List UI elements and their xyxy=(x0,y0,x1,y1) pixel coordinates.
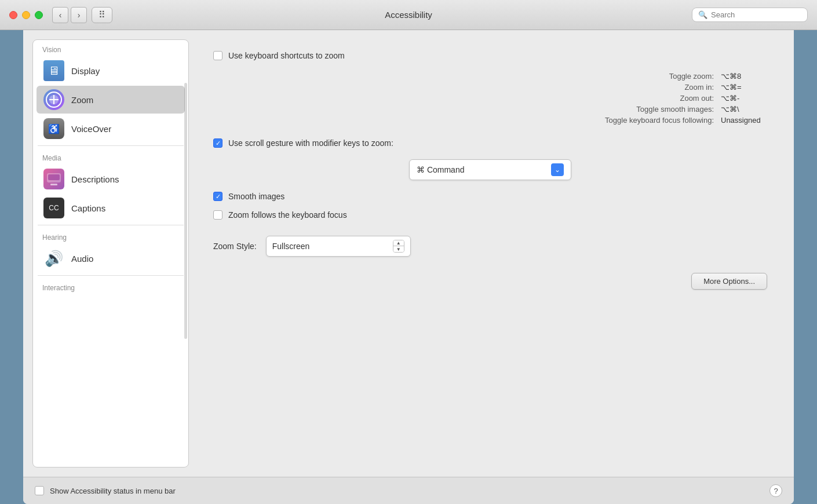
command-dropdown-row: ⌘ Command ⌄ xyxy=(213,159,767,180)
sidebar-label-voiceover: VoiceOver xyxy=(71,124,111,134)
window-body: Vision 🖥 Display xyxy=(23,30,794,477)
svg-rect-6 xyxy=(50,184,57,185)
content-panel: Use keyboard shortcuts to zoom Toggle zo… xyxy=(196,39,785,468)
search-icon: 🔍 xyxy=(698,10,707,19)
shortcut-table: Toggle zoom: ⌥⌘8 Zoom in: ⌥⌘= Zoom out: … xyxy=(236,72,767,125)
svg-rect-3 xyxy=(53,95,54,104)
divider-3 xyxy=(38,275,184,276)
zoom-style-row: Zoom Style: Fullscreen ▲ ▼ xyxy=(213,236,767,257)
stepper-up-arrow[interactable]: ▲ xyxy=(393,240,404,246)
divider-2 xyxy=(38,225,184,225)
shortcut-focus-following: Toggle keyboard focus following: Unassig… xyxy=(236,116,767,125)
command-dropdown[interactable]: ⌘ Command ⌄ xyxy=(409,159,571,180)
window-title: Accessibility xyxy=(385,10,432,20)
shortcut-toggle-zoom: Toggle zoom: ⌥⌘8 xyxy=(236,72,767,81)
shortcut-zoom-in-label: Zoom in: xyxy=(552,83,714,92)
sidebar-item-audio[interactable]: 🔊 Audio xyxy=(37,244,185,272)
sidebar-label-captions: Captions xyxy=(71,203,105,213)
dropdown-arrow-icon: ⌄ xyxy=(551,163,564,176)
sidebar-item-descriptions[interactable]: Descriptions xyxy=(37,165,185,193)
sidebar-item-captions[interactable]: CC Captions xyxy=(37,194,185,222)
sidebar-label-zoom: Zoom xyxy=(71,95,93,105)
shortcut-zoom-out-value: ⌥⌘- xyxy=(721,94,767,103)
sidebar-label-audio: Audio xyxy=(71,254,93,264)
smooth-images-label: Smooth images xyxy=(228,192,285,201)
show-status-label: Show Accessibility status in menu bar xyxy=(50,487,176,495)
shortcut-zoom-out-label: Zoom out: xyxy=(552,94,714,103)
shortcut-smooth-images: Toggle smooth images: ⌥⌘\ xyxy=(236,105,767,114)
shortcut-smooth-label: Toggle smooth images: xyxy=(552,105,714,114)
keyboard-shortcuts-checkbox[interactable] xyxy=(213,51,223,60)
sidebar-item-voiceover[interactable]: ♿ VoiceOver xyxy=(37,115,185,143)
scroll-gesture-checkbox[interactable]: ✓ xyxy=(213,138,223,148)
smooth-images-checkbox[interactable]: ✓ xyxy=(213,192,223,201)
maximize-button[interactable] xyxy=(35,11,43,19)
shortcut-toggle-zoom-label: Toggle zoom: xyxy=(552,72,714,81)
more-options-row: More Options... xyxy=(213,273,767,290)
shortcut-focus-label: Toggle keyboard focus following: xyxy=(552,116,714,125)
stepper-down-arrow[interactable]: ▼ xyxy=(393,246,404,252)
divider-1 xyxy=(38,145,184,146)
shortcut-focus-value: Unassigned xyxy=(721,116,767,125)
sidebar-item-zoom[interactable]: Zoom xyxy=(37,86,185,114)
audio-icon: 🔊 xyxy=(43,248,64,269)
titlebar: ‹ › ⠿ Accessibility 🔍 xyxy=(0,0,817,30)
close-button[interactable] xyxy=(9,11,17,19)
nav-buttons: ‹ › xyxy=(52,7,87,23)
shortcut-smooth-value: ⌥⌘\ xyxy=(721,105,767,114)
zoom-icon xyxy=(43,89,64,110)
grid-button[interactable]: ⠿ xyxy=(92,7,112,23)
back-button[interactable]: ‹ xyxy=(52,7,68,23)
traffic-lights xyxy=(9,11,43,19)
zoom-follows-checkbox[interactable] xyxy=(213,210,223,220)
scrollbar[interactable] xyxy=(184,83,187,339)
minimize-button[interactable] xyxy=(22,11,30,19)
shortcut-zoom-in-value: ⌥⌘= xyxy=(721,83,767,92)
svg-rect-5 xyxy=(48,174,60,180)
zoom-style-stepper[interactable]: ▲ ▼ xyxy=(393,240,404,253)
display-icon: 🖥 xyxy=(43,60,64,81)
more-options-button[interactable]: More Options... xyxy=(691,273,767,290)
zoom-style-label: Zoom Style: xyxy=(213,242,257,251)
scroll-gesture-label: Use scroll gesture with modifier keys to… xyxy=(228,138,393,148)
shortcut-zoom-out: Zoom out: ⌥⌘- xyxy=(236,94,767,103)
sidebar: Vision 🖥 Display xyxy=(32,39,189,468)
voiceover-icon: ♿ xyxy=(43,118,64,139)
section-interacting: Interacting xyxy=(33,278,188,294)
show-status-checkbox[interactable] xyxy=(35,486,44,495)
captions-icon: CC xyxy=(43,198,64,218)
main-window: Vision 🖥 Display xyxy=(23,30,794,504)
forward-button[interactable]: › xyxy=(71,7,87,23)
section-vision: Vision xyxy=(33,40,188,56)
bottom-bar: Show Accessibility status in menu bar ? xyxy=(23,477,794,504)
descriptions-icon xyxy=(43,169,64,189)
shortcut-toggle-zoom-value: ⌥⌘8 xyxy=(721,72,767,81)
command-dropdown-text: ⌘ Command xyxy=(417,165,464,174)
keyboard-shortcuts-label: Use keyboard shortcuts to zoom xyxy=(228,51,345,60)
scroll-gesture-row: ✓ Use scroll gesture with modifier keys … xyxy=(213,138,767,148)
section-hearing: Hearing xyxy=(33,228,188,244)
search-box[interactable]: 🔍 xyxy=(692,8,808,22)
zoom-follows-row: Zoom follows the keyboard focus xyxy=(213,210,767,220)
keyboard-shortcuts-row: Use keyboard shortcuts to zoom xyxy=(213,51,767,60)
zoom-style-dropdown[interactable]: Fullscreen ▲ ▼ xyxy=(266,236,411,257)
sidebar-item-display[interactable]: 🖥 Display xyxy=(37,57,185,85)
sidebar-label-display: Display xyxy=(71,66,100,76)
zoom-style-value: Fullscreen xyxy=(272,242,310,251)
zoom-follows-label: Zoom follows the keyboard focus xyxy=(228,210,347,220)
sidebar-label-descriptions: Descriptions xyxy=(71,174,119,184)
section-media: Media xyxy=(33,148,188,165)
help-button[interactable]: ? xyxy=(769,484,782,497)
search-input[interactable] xyxy=(711,10,801,19)
bottom-left: Show Accessibility status in menu bar xyxy=(35,486,176,495)
smooth-images-row: ✓ Smooth images xyxy=(213,192,767,201)
shortcut-zoom-in: Zoom in: ⌥⌘= xyxy=(236,83,767,92)
